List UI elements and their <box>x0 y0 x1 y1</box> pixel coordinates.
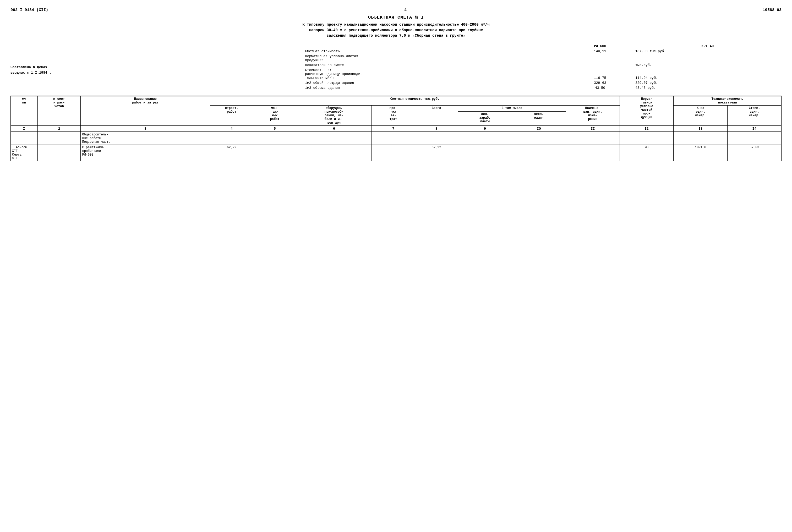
col-name-header: Наименованиеработ и затрат <box>81 96 210 126</box>
colnum-6: 6 <box>296 126 372 132</box>
colnum-12: I2 <box>620 126 674 132</box>
row-a1-col4: 62,22 <box>210 145 253 162</box>
col-stroit-header: строит.работ <box>210 106 253 126</box>
composed-text-block: Составлена в ценахвводных с 1.I.1984г. <box>11 44 303 90</box>
col-smeta-header: № смети рас-четов <box>37 96 81 126</box>
doc-number-right: 19588-03 <box>763 8 781 12</box>
info-section: Составлена в ценахвводных с 1.I.1984г. Р… <box>11 44 781 90</box>
info-row-3-label: Показатели по смете <box>303 63 566 68</box>
row-s1-col1 <box>11 132 38 145</box>
row-a1-col6 <box>296 145 372 162</box>
col-techeco-group-header: Технико-экономич.показатели <box>674 96 781 106</box>
col-vsego-header: Всего <box>415 106 458 126</box>
row-a1-col5 <box>253 145 296 162</box>
page-number: - 4 - <box>48 8 763 12</box>
info-row-1-label: Сметная стоимость <box>303 49 566 54</box>
colnum-11: II <box>566 126 620 132</box>
main-title: ОБЪЕКТНАЯ СМЕТА № I <box>11 15 781 20</box>
row-a1-col3: С решетками-пробилкамиРЛ-600 <box>81 145 210 162</box>
info-table: РЛ-600 КРI-40 Сметная стоимость 140,11 1… <box>303 44 781 90</box>
row-a1-col8: 62,22 <box>415 145 458 162</box>
col-prochih-header: про-чихза-трат <box>372 106 415 126</box>
page-header: 902-I-9184 (XII) - 4 - 19588-03 <box>11 8 781 12</box>
row-s1-col14 <box>728 132 781 145</box>
table-header-row1: №№пп № смети рас-четов Наименованиеработ… <box>11 96 781 106</box>
composed-text: Составлена в ценахвводных с 1.I.1984г. <box>11 65 298 76</box>
col-osnzar-header: осн.зараб.платы <box>458 112 512 126</box>
col-normative-header: Норма-тивнойусловночистойпро-дукции <box>620 96 674 126</box>
col-cost-group-header: Сметная стоимость тыс.руб. <box>210 96 620 106</box>
colnum-8: 8 <box>415 126 458 132</box>
colnum-14: I4 <box>728 126 781 132</box>
colnum-7: 7 <box>372 126 415 132</box>
row-a1-col9 <box>458 145 512 162</box>
info-right-block: РЛ-600 КРI-40 Сметная стоимость 140,11 1… <box>303 44 781 90</box>
info-row-5-col2: 329,07 руб. <box>634 80 781 86</box>
info-row-2-col2 <box>634 54 781 63</box>
info-row-2-col1 <box>566 54 634 63</box>
subtitle: К типовому проекту канализационной насос… <box>11 22 781 38</box>
info-row-2-label: Нормативная условно-чистаяпродукция <box>303 54 566 63</box>
col-naim-header: Наимено-ван. един.изме-рения <box>566 106 620 126</box>
info-row-1-col1: 140,11 <box>566 49 634 54</box>
col-stoim-header: Стоим.един.измер. <box>728 106 781 126</box>
info-row-4-col1: 116,75 <box>566 68 634 80</box>
col-ekspl-header: эксп.машин <box>512 112 566 126</box>
colnum-5: 5 <box>253 126 296 132</box>
row-s1-col2 <box>37 132 81 145</box>
info-row-1-col2: 137,93 тыс.руб. <box>634 49 781 54</box>
row-a1-col2 <box>37 145 81 162</box>
info-row-6-col2: 43,43 руб. <box>634 86 781 90</box>
row-a1-col11 <box>566 145 620 162</box>
colnum-9: 9 <box>458 126 512 132</box>
main-table-wrapper: №№пп № смети рас-четов Наименованиеработ… <box>11 96 781 162</box>
title-block: ОБЪЕКТНАЯ СМЕТА № I К типовому проекту к… <box>11 15 781 38</box>
table-row-album: I.АльбомXIIСмета№ I С решетками-пробилка… <box>11 145 781 162</box>
row-s1-col12 <box>620 132 674 145</box>
info-row-5-col1: 329,63 <box>566 80 634 86</box>
col2-header: КРI-40 <box>634 44 781 49</box>
row-a1-col13: 1091,0 <box>674 145 728 162</box>
row-s1-col13 <box>674 132 728 145</box>
info-row-4-label: Стоимость на:расчетную единицу производи… <box>303 68 566 80</box>
row-a1-col12: м3 <box>620 145 674 162</box>
colnum-3: 3 <box>81 126 210 132</box>
info-row-3-col2: тыс.руб. <box>634 63 781 68</box>
main-table: №№пп № смети рас-четов Наименованиеработ… <box>11 96 781 162</box>
colnum-1: I <box>11 126 38 132</box>
row-s1-col10 <box>512 132 566 145</box>
row-a1-col14: 57,03 <box>728 145 781 162</box>
row-a1-col7 <box>372 145 415 162</box>
row-s1-col4 <box>210 132 253 145</box>
col1-header: РЛ-600 <box>566 44 634 49</box>
table-row-section-header: Общестроитель-ные работыПодземная часть <box>11 132 781 145</box>
col-pp-header: №№пп <box>11 96 38 126</box>
info-row-5-label: 1м2 общей площади здания <box>303 80 566 86</box>
colnum-2: 2 <box>37 126 81 132</box>
info-row-6-col1: 43,50 <box>566 86 634 90</box>
column-numbers-row: I 2 3 4 5 6 7 8 9 IO II I2 I3 I4 <box>11 126 781 132</box>
row-s1-col11 <box>566 132 620 145</box>
col-vtomchisle-group-header: В том числе <box>458 106 566 112</box>
row-a1-col10 <box>512 145 566 162</box>
info-row-3-col1 <box>566 63 634 68</box>
row-s1-col6 <box>296 132 372 145</box>
info-row-6-label: 1м3 объема здания <box>303 86 566 90</box>
row-s1-col9 <box>458 132 512 145</box>
row-a1-col1: I.АльбомXIIСмета№ I <box>11 145 38 162</box>
doc-number-left: 902-I-9184 (XII) <box>11 8 48 12</box>
row-s1-col3: Общестроитель-ные работыПодземная часть <box>81 132 210 145</box>
row-s1-col8 <box>415 132 458 145</box>
col-oborud-header: оборудов.приспособ-лений, ме-бели и ин-в… <box>296 106 372 126</box>
colnum-10: IO <box>512 126 566 132</box>
col-montazh-header: мон-таж-ныхработ <box>253 106 296 126</box>
info-row-4-col2: 114,94 руб. <box>634 68 781 80</box>
col-kvo-header: К-воедин.измер. <box>674 106 728 126</box>
row-s1-col7 <box>372 132 415 145</box>
colnum-13: I3 <box>674 126 728 132</box>
colnum-4: 4 <box>210 126 253 132</box>
row-s1-col5 <box>253 132 296 145</box>
